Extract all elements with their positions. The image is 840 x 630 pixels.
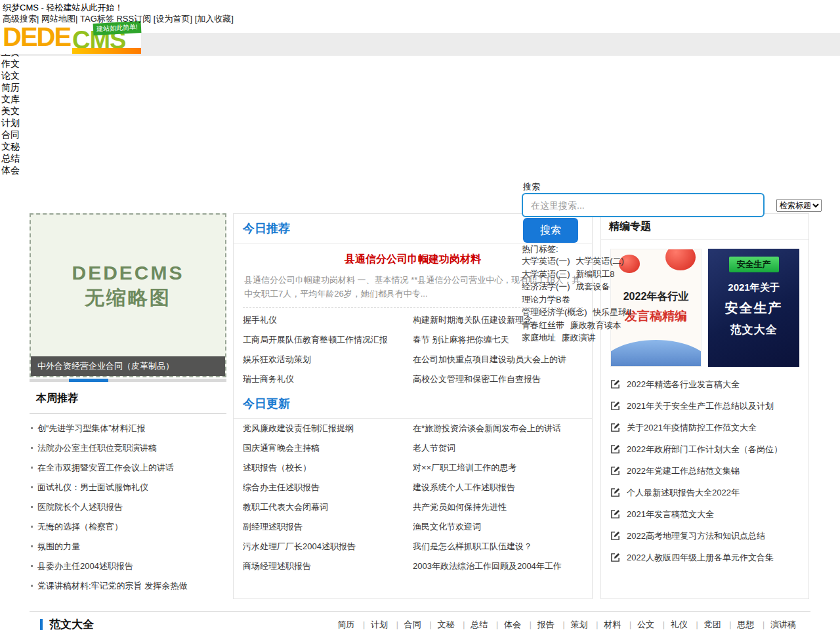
topic-item[interactable]: 关于2021年疫情防控工作范文大全	[610, 417, 799, 438]
list-item[interactable]: 在全市双拥暨安置工作会议上的讲话	[30, 457, 226, 477]
list-item[interactable]: 无悔的选择（检察官）	[30, 516, 226, 536]
slider-caption[interactable]: 中外合资经营企业合同（皮革制品）	[31, 356, 225, 376]
article-link-left[interactable]: 教职工代表大会闭幕词	[243, 497, 413, 517]
topic-item[interactable]: 2021年发言稿范文大全	[610, 503, 799, 525]
footer-link-item[interactable]: 礼仪	[657, 620, 688, 629]
topic-item[interactable]: 2021年关于安全生产工作总结以及计划	[610, 395, 799, 417]
list-item[interactable]: 党课讲稿材料:牢记党的宗旨 发挥余热做	[30, 576, 226, 595]
footer-link-item[interactable]: 总结	[457, 620, 488, 629]
slider-pagination-active[interactable]	[69, 379, 108, 382]
left-nav-item[interactable]: 体会	[1, 164, 28, 176]
weekly-link[interactable]: 氛围的力量	[37, 541, 80, 551]
footer-link-item[interactable]: 合同	[390, 620, 421, 629]
top-nav-link[interactable]: RSS订阅	[116, 14, 151, 24]
footer-category-link[interactable]: 党团	[704, 620, 721, 629]
topic-link[interactable]: 2021年发言稿范文大全	[627, 509, 714, 520]
topic-item[interactable]: 2022年党建工作总结范文集锦	[610, 460, 799, 482]
hot-tag[interactable]: 经济法学(一)	[522, 281, 570, 293]
hot-tag[interactable]: 廉政教育读本	[570, 320, 621, 332]
article-link-right[interactable]: 老人节贺词	[413, 438, 583, 458]
weekly-link[interactable]: 法院办公室主任职位竞职演讲稿	[37, 443, 157, 453]
hot-tag[interactable]: 新编职工8	[576, 268, 614, 281]
weekly-link[interactable]: 医院院长个人述职报告	[37, 502, 123, 512]
topic-link[interactable]: 2021年关于安全生产工作总结以及计划	[627, 400, 774, 412]
article-link-right[interactable]: 建设系统个人工作述职报告	[413, 478, 583, 497]
search-input[interactable]	[522, 193, 765, 217]
footer-link-item[interactable]: 材料	[590, 620, 621, 629]
site-logo[interactable]: DEDE CMS 建站如此简单!	[0, 22, 141, 54]
footer-link-item[interactable]: 公文	[623, 620, 654, 629]
article-link-left[interactable]: 副经理述职报告	[243, 517, 413, 537]
left-nav-item[interactable]: 总结	[1, 152, 28, 164]
footer-category-link[interactable]: 策划	[571, 620, 588, 629]
hot-tag[interactable]: 青春红丝带	[522, 320, 564, 332]
left-nav-item[interactable]: 论文	[1, 70, 28, 81]
footer-link-item[interactable]: 体会	[490, 620, 521, 629]
article-link-right[interactable]: 对××厂职工培训工作的思考	[413, 458, 583, 478]
search-type-select[interactable]: 检索标题	[776, 199, 822, 212]
footer-category-link[interactable]: 思想	[737, 620, 754, 629]
weekly-link[interactable]: 党课讲稿材料:牢记党的宗旨 发挥余热做	[37, 581, 187, 591]
hot-tag[interactable]: 家庭地址	[522, 332, 556, 345]
weekly-link[interactable]: 无悔的选择（检察官）	[37, 522, 123, 532]
hot-tag[interactable]: 大学英语(一)	[522, 255, 570, 268]
hot-tag[interactable]: 廉政演讲	[561, 332, 595, 345]
footer-link-item[interactable]: 策划	[556, 620, 587, 629]
footer-category-link[interactable]: 计划	[371, 620, 388, 629]
topic-item[interactable]: 2022人教版四年级上册各单元作文合集	[610, 547, 799, 568]
left-nav-item[interactable]: 作文	[1, 58, 28, 70]
hot-tag[interactable]: 理论力学B卷	[522, 294, 570, 306]
footer-category-link[interactable]: 合同	[404, 620, 421, 629]
footer-category-link[interactable]: 总结	[471, 620, 488, 629]
topic-banner-safety[interactable]: 安全生产 2021年关于 安全生产 范文大全	[708, 249, 799, 367]
hot-tag[interactable]: 大学英语(三)	[522, 268, 570, 281]
footer-link-item[interactable]: 党团	[690, 620, 721, 629]
top-nav-link[interactable]: [设为首页]	[154, 14, 192, 24]
footer-link-item[interactable]: 报告	[524, 620, 555, 629]
hot-tag[interactable]: 管理经济学(概念)	[522, 306, 587, 319]
footer-category-link[interactable]: 礼仪	[671, 620, 688, 629]
article-link-left[interactable]: 瑞士商务礼仪	[243, 369, 413, 389]
footer-category-link[interactable]: 体会	[504, 620, 521, 629]
list-item[interactable]: 县委办主任2004述职报告	[30, 556, 226, 576]
hot-tag[interactable]: 快乐星球II	[593, 306, 631, 319]
weekly-link[interactable]: 在全市双拥暨安置工作会议上的讲话	[37, 463, 174, 472]
topic-link[interactable]: 2022年党建工作总结范文集锦	[627, 465, 740, 477]
left-nav-item[interactable]: 合同	[1, 129, 28, 140]
footer-category-link[interactable]: 材料	[604, 620, 621, 629]
footer-link-item[interactable]: 思想	[723, 620, 754, 629]
topic-link[interactable]: 2022年精选各行业发言稿大全	[627, 379, 740, 390]
list-item[interactable]: 法院办公室主任职位竞职演讲稿	[30, 438, 226, 457]
article-link-left[interactable]: 综合办主任述职报告	[243, 478, 413, 497]
list-item[interactable]: 氛围的力量	[30, 536, 226, 556]
list-item[interactable]: 医院院长个人述职报告	[30, 497, 226, 516]
article-link-left[interactable]: 党风廉政建设责任制汇报提纲	[243, 419, 413, 438]
top-nav-link[interactable]: 网站地图	[41, 14, 75, 24]
article-link-right[interactable]: 在公司加快重点项目建设动员大会上的讲	[413, 350, 583, 369]
article-link-left[interactable]: 述职报告（校长）	[243, 458, 413, 478]
top-nav-link[interactable]: TAG标签	[80, 14, 114, 24]
weekly-link[interactable]: 县委办主任2004述职报告	[37, 561, 133, 571]
footer-category-link[interactable]: 文秘	[438, 620, 455, 629]
weekly-link[interactable]: 创“先进学习型集体”材料汇报	[37, 423, 146, 433]
footer-category-link[interactable]: 公文	[637, 620, 654, 629]
left-nav-item[interactable]: 简历	[1, 81, 28, 93]
topic-item[interactable]: 2022年精选各行业发言稿大全	[610, 373, 799, 395]
top-nav-link[interactable]: [加入收藏]	[195, 14, 234, 24]
article-link-right[interactable]: 高校公文管理和保密工作自查报告	[413, 369, 583, 389]
article-link-right[interactable]: 共产党员如何保持先进性	[413, 497, 583, 517]
left-nav-item[interactable]: 文库	[1, 93, 28, 105]
footer-category-link[interactable]: 报告	[537, 620, 555, 629]
topic-item[interactable]: 个人最新述职报告大全2022年	[610, 482, 799, 503]
footer-link-item[interactable]: 文秘	[423, 620, 454, 629]
top-nav-link[interactable]: 高级搜索	[3, 14, 37, 24]
article-link-left[interactable]: 污水处理厂厂长2004述职报告	[243, 537, 413, 556]
search-button[interactable]: 搜索	[523, 218, 578, 243]
topic-link[interactable]: 2022高考地理复习方法和知识点总结	[627, 530, 765, 542]
footer-category-link[interactable]: 简历	[337, 620, 354, 629]
topic-link[interactable]: 关于2021年疫情防控工作范文大全	[627, 422, 757, 434]
weekly-link[interactable]: 面试礼仪：男士面试服饰礼仪	[37, 482, 148, 492]
featured-slider[interactable]: DEDECMS 无缩略图 中外合资经营企业合同（皮革制品）	[30, 213, 226, 377]
left-nav-item[interactable]: 美文	[1, 105, 28, 117]
topic-link[interactable]: 2022年政府部门工作计划大全（各岗位）	[627, 444, 782, 455]
